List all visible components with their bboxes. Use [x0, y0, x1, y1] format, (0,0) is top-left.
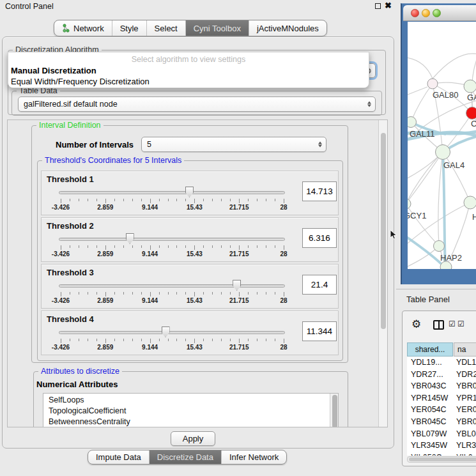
combo-spinner-icon	[367, 102, 371, 107]
slider-tick	[114, 339, 115, 341]
split-view-icon[interactable]	[433, 320, 444, 330]
list-scrollbar[interactable]	[330, 394, 338, 427]
vertical-scrollbar[interactable]	[378, 120, 387, 427]
cell-name: YBR0	[456, 417, 476, 426]
table-row[interactable]: YPR145WYPR1	[407, 394, 476, 405]
tab-select[interactable]: Select	[147, 20, 186, 36]
slider-tick	[176, 245, 177, 248]
table-row[interactable]: YBR043CYBR0	[407, 381, 476, 393]
float-window-icon[interactable]	[375, 3, 381, 9]
column-header-shared-name[interactable]: shared...	[407, 342, 453, 357]
slider-track[interactable]	[59, 284, 285, 288]
network-node-c[interactable]	[466, 107, 476, 119]
slider-tick	[114, 245, 115, 248]
horizontal-scrollbar[interactable]	[407, 456, 476, 463]
slider-tick-label: 21.715	[220, 204, 258, 211]
dropdown-option-manual[interactable]: Manual Discretization	[11, 66, 96, 75]
table-row[interactable]: YDR27...YDR2	[407, 370, 476, 381]
threshold-value-field[interactable]	[302, 228, 337, 248]
gear-icon[interactable]: ⚙	[411, 318, 421, 331]
dropdown-option-equal-width[interactable]: Equal Width/Frequency Discretization	[11, 77, 150, 86]
slider-track[interactable]	[59, 238, 285, 241]
checkbox-icon[interactable]: ☑	[449, 319, 456, 328]
network-node-gal80[interactable]	[427, 79, 438, 89]
top-tab-bar: NetworkStyleSelectCyni ToolboxjActiveMNo…	[54, 20, 327, 36]
slider-thumb[interactable]	[185, 187, 194, 197]
tab-style[interactable]: Style	[112, 20, 147, 36]
tab-discretize-data[interactable]: Discretize Data	[150, 450, 222, 464]
network-node-h[interactable]	[464, 196, 476, 209]
checkbox-icon[interactable]: ☑	[457, 319, 464, 328]
slider-tick-label: 15.43	[175, 204, 213, 211]
slider-tick	[79, 245, 79, 248]
threshold-value-field[interactable]	[302, 181, 337, 201]
slider-tick	[168, 339, 169, 341]
slider-thumb[interactable]	[126, 233, 134, 244]
slider-track[interactable]	[59, 191, 285, 194]
slider-tick	[248, 245, 249, 248]
attribute-list-item[interactable]: SelfLoops	[49, 395, 338, 406]
slider-tick	[185, 292, 186, 295]
slider-tick	[159, 245, 160, 248]
slider-track[interactable]	[59, 331, 285, 334]
slider-tick	[284, 199, 284, 203]
slider-tick	[194, 199, 195, 203]
network-node-gal4[interactable]	[436, 145, 450, 160]
num-intervals-combobox[interactable]: 5	[141, 137, 326, 152]
slider-tick	[212, 199, 213, 201]
zoom-traffic-light-icon[interactable]	[433, 9, 441, 17]
attribute-list-item[interactable]: BetweennessCentrality	[49, 417, 338, 427]
slider-tick	[79, 339, 79, 341]
slider-tick	[159, 339, 160, 341]
close-traffic-light-icon[interactable]	[411, 9, 419, 17]
slider-tick-label: 15.43	[175, 344, 213, 351]
column-header-name[interactable]: na	[454, 342, 476, 357]
network-node-hap2[interactable]	[434, 241, 445, 252]
slider-tick	[96, 339, 97, 341]
tab-cyni-toolbox[interactable]: Cyni Toolbox	[186, 20, 249, 36]
tab-impute-data[interactable]: Impute Data	[88, 450, 150, 464]
network-node-ga[interactable]	[464, 80, 476, 93]
table-row[interactable]: YBL079WYBL0	[407, 429, 476, 441]
table-row[interactable]: YER054CYER0	[407, 405, 476, 417]
tab-jactivemnodules[interactable]: jActiveMNodules	[249, 20, 326, 36]
slider-tick-label: -3.426	[42, 204, 80, 211]
network-node-gcy1[interactable]	[408, 199, 411, 209]
threshold-label: Threshold 1	[47, 174, 94, 184]
mouse-cursor	[390, 230, 399, 240]
cell-name: YDR2	[456, 370, 476, 379]
dropdown-placeholder: Select algorithm to view settings	[8, 55, 369, 64]
slider-thumb[interactable]	[162, 326, 170, 337]
threshold-value-field[interactable]	[302, 275, 337, 295]
tab-infer-network[interactable]: Infer Network	[222, 450, 286, 464]
network-node-label: GCY1	[408, 211, 426, 220]
slider-tick	[248, 339, 249, 341]
network-window-titlebar[interactable]	[403, 5, 476, 21]
tab-network[interactable]: Network	[54, 20, 112, 36]
table-row[interactable]: YDL19...YDL1	[407, 358, 476, 369]
table-body: YDL19...YDL1YDR27...YDR2YBR043CYBR0YPR14…	[407, 357, 476, 456]
apply-button[interactable]: Apply	[171, 431, 215, 446]
slider-thumb[interactable]	[233, 280, 241, 291]
network-edge	[408, 57, 433, 79]
table-row[interactable]: YBR045CYBR0	[407, 417, 476, 429]
close-icon[interactable]: ✖	[385, 1, 392, 10]
slider-tick	[159, 199, 160, 201]
slider-tick	[70, 199, 70, 201]
table-data-combobox[interactable]: galFiltered.sif default node	[18, 96, 376, 112]
attribute-list-item[interactable]: TopologicalCoefficient	[49, 406, 338, 417]
slider-tick	[141, 245, 142, 248]
slider-tick	[141, 292, 142, 295]
table-row[interactable]: YLR345WYLR3	[407, 441, 476, 452]
slider-tick	[70, 292, 70, 295]
minimize-traffic-light-icon[interactable]	[422, 9, 430, 17]
network-node-gal11[interactable]	[408, 117, 417, 128]
slider-tick	[203, 292, 204, 295]
attributes-title: Attributes to discretize	[38, 367, 122, 376]
threshold-value-field[interactable]	[302, 321, 337, 341]
network-canvas[interactable]: GAL80GACGAL11GAL4GCY1HHAP2	[408, 22, 476, 269]
slider-tick	[185, 199, 186, 201]
slider-tick	[132, 245, 133, 248]
slider-tick	[239, 199, 240, 203]
table-row[interactable]: YIL052CYIL0	[407, 453, 476, 456]
